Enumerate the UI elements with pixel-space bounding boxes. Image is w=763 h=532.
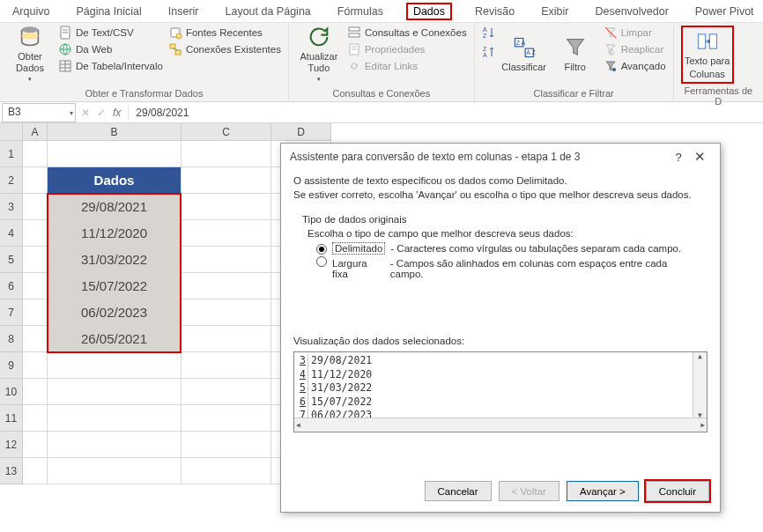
accept-formula-icon[interactable]: ✓ bbox=[97, 107, 106, 119]
delimited-radio-label[interactable]: Delimitado bbox=[332, 242, 385, 255]
row-header[interactable]: 1 bbox=[0, 141, 23, 167]
advanced-filter-icon bbox=[604, 59, 618, 73]
reaplicar-button[interactable]: Reaplicar bbox=[604, 42, 666, 56]
group-label-sort: Classificar e Filtrar bbox=[482, 86, 666, 101]
scroll-up-icon[interactable]: ▲ bbox=[698, 352, 702, 360]
editar-links-button[interactable]: Editar Links bbox=[347, 59, 467, 73]
table-cell[interactable]: 26/05/2021 bbox=[48, 326, 181, 352]
file-text-icon bbox=[58, 26, 72, 40]
tab-review[interactable]: Revisão bbox=[471, 3, 518, 20]
tab-insert[interactable]: Inserir bbox=[165, 3, 203, 20]
table-header[interactable]: Dados bbox=[48, 167, 181, 194]
texto-para-colunas-label1: Texto para bbox=[685, 55, 730, 67]
chevron-down-icon: ▾ bbox=[317, 76, 321, 83]
name-box[interactable]: B3 ▾ bbox=[2, 103, 76, 122]
row-header[interactable]: 12 bbox=[0, 432, 23, 458]
row-header[interactable]: 5 bbox=[0, 247, 23, 273]
row-header[interactable]: 9 bbox=[0, 352, 23, 379]
col-header-c[interactable]: C bbox=[181, 123, 271, 141]
tab-powerpivot[interactable]: Power Pivot bbox=[692, 3, 758, 20]
preview-hscroll[interactable]: ◀▶ bbox=[294, 417, 707, 432]
insert-function-icon[interactable]: fx bbox=[113, 107, 121, 119]
dialog-info-line1: O assistente de texto especificou os dad… bbox=[293, 175, 707, 186]
de-tabela-label: De Tabela/Intervalo bbox=[76, 61, 163, 71]
table-icon bbox=[58, 59, 72, 73]
cancel-button[interactable]: Cancelar bbox=[425, 481, 492, 501]
svg-text:A Z: A Z bbox=[526, 49, 536, 55]
formula-input[interactable]: 29/08/2021 bbox=[128, 105, 763, 121]
preview-row: 411/12/2020 bbox=[298, 368, 703, 382]
da-web-button[interactable]: Da Web bbox=[58, 42, 163, 56]
de-text-csv-button[interactable]: De Text/CSV bbox=[58, 26, 163, 40]
fixed-width-radio-label[interactable]: Largura fixa bbox=[332, 258, 385, 279]
formula-bar: B3 ▾ ✕ ✓ fx 29/08/2021 bbox=[0, 102, 763, 123]
text-to-columns-wizard-dialog: Assistente para conversão de texto em co… bbox=[280, 143, 721, 513]
scroll-left-icon[interactable]: ◀ bbox=[296, 421, 300, 429]
ribbon-group-sort-filter: AZ ZA Z AA Z Classificar Filtro Limpar bbox=[475, 23, 674, 101]
tab-data[interactable]: Dados bbox=[406, 3, 452, 20]
svg-text:A: A bbox=[483, 26, 487, 33]
cancel-formula-icon[interactable]: ✕ bbox=[81, 107, 90, 119]
table-cell[interactable]: 15/07/2022 bbox=[48, 273, 181, 299]
table-cell[interactable]: 29/08/2021 bbox=[48, 194, 181, 220]
row-header[interactable]: 6 bbox=[0, 273, 23, 299]
group-label-get: Obter e Transformar Dados bbox=[7, 86, 281, 101]
tab-formulas[interactable]: Fórmulas bbox=[334, 3, 387, 20]
col-header-d[interactable]: D bbox=[271, 123, 331, 141]
svg-rect-16 bbox=[349, 33, 359, 37]
close-icon[interactable]: ✕ bbox=[688, 149, 711, 165]
tab-strip: Arquivo Página Inicial Inserir Layout da… bbox=[0, 0, 763, 23]
col-header-b[interactable]: B bbox=[48, 123, 181, 141]
preview-vscroll[interactable]: ▲▼ bbox=[693, 352, 707, 419]
dialog-info-line2: Se estiver correto, escolha 'Avançar' ou… bbox=[293, 189, 707, 200]
sort-desc-button[interactable]: ZA bbox=[482, 45, 496, 59]
delimited-radio[interactable] bbox=[316, 244, 327, 255]
row-header[interactable]: 11 bbox=[0, 405, 23, 432]
select-all-corner[interactable] bbox=[0, 123, 23, 141]
sort-asc-button[interactable]: AZ bbox=[482, 26, 496, 40]
tab-layout[interactable]: Layout da Página bbox=[221, 3, 314, 20]
dialog-title-bar[interactable]: Assistente para conversão de texto em co… bbox=[281, 144, 720, 170]
clear-filter-icon bbox=[604, 26, 618, 40]
row-header[interactable]: 7 bbox=[0, 299, 23, 326]
table-cell[interactable]: 06/02/2023 bbox=[48, 299, 181, 326]
filtro-button[interactable]: Filtro bbox=[552, 26, 598, 82]
tab-file[interactable]: Arquivo bbox=[9, 3, 53, 20]
fieldset-title: Tipo de dados originais bbox=[302, 214, 699, 225]
row-header[interactable]: 4 bbox=[0, 220, 23, 247]
obter-dados-button[interactable]: Obter Dados ▾ bbox=[7, 26, 53, 82]
row-header[interactable]: 10 bbox=[0, 379, 23, 405]
consultas-conexoes-button[interactable]: Consultas e Conexões bbox=[347, 26, 467, 40]
svg-text:Z: Z bbox=[483, 33, 487, 39]
row-header[interactable]: 13 bbox=[0, 458, 23, 484]
scroll-right-icon[interactable]: ▶ bbox=[700, 421, 705, 429]
dialog-buttons: Cancelar < Voltar Avançar > Concluir bbox=[281, 474, 720, 512]
classificar-button[interactable]: Z AA Z Classificar bbox=[501, 26, 547, 82]
fixed-width-radio[interactable] bbox=[316, 256, 327, 267]
texto-para-colunas-button[interactable]: Texto para Colunas bbox=[681, 26, 734, 84]
back-button[interactable]: < Voltar bbox=[499, 481, 559, 501]
table-cell[interactable]: 11/12/2020 bbox=[48, 220, 181, 247]
help-icon[interactable]: ? bbox=[669, 151, 688, 164]
finish-button[interactable]: Concluir bbox=[646, 481, 709, 501]
row-header[interactable]: 8 bbox=[0, 326, 23, 352]
atualizar-tudo-button[interactable]: Atualizar Tudo ▾ bbox=[296, 26, 342, 82]
group-label-conns: Consultas e Conexões bbox=[296, 86, 467, 101]
chevron-down-icon: ▾ bbox=[28, 76, 32, 83]
chevron-down-icon[interactable]: ▾ bbox=[70, 108, 73, 116]
col-header-a[interactable]: A bbox=[23, 123, 48, 141]
avancado-button[interactable]: Avançado bbox=[604, 59, 666, 73]
next-button[interactable]: Avançar > bbox=[567, 481, 639, 501]
tab-developer[interactable]: Desenvolvedor bbox=[591, 3, 671, 20]
tab-view[interactable]: Exibir bbox=[537, 3, 572, 20]
fontes-recentes-button[interactable]: Fontes Recentes bbox=[168, 26, 281, 40]
de-tabela-button[interactable]: De Tabela/Intervalo bbox=[58, 59, 163, 73]
row-header[interactable]: 2 bbox=[0, 167, 23, 194]
svg-rect-31 bbox=[709, 34, 716, 48]
limpar-button[interactable]: Limpar bbox=[604, 26, 666, 40]
tab-home[interactable]: Página Inicial bbox=[72, 3, 144, 20]
conexoes-existentes-button[interactable]: Conexões Existentes bbox=[168, 42, 281, 56]
row-header[interactable]: 3 bbox=[0, 194, 23, 220]
table-cell[interactable]: 31/03/2022 bbox=[48, 247, 181, 273]
propriedades-button[interactable]: Propriedades bbox=[347, 42, 467, 56]
